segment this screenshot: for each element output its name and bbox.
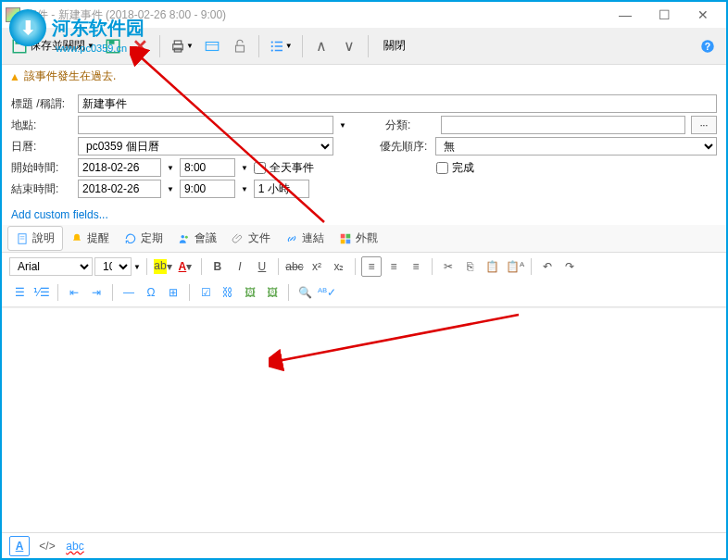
card-icon (204, 38, 220, 55)
image-button[interactable]: 🖼 (240, 282, 260, 303)
bell-icon (70, 232, 83, 245)
close-button[interactable]: 關閉 (374, 32, 415, 60)
tab-meeting[interactable]: 會議 (170, 227, 224, 250)
html-mode-button[interactable]: </> (37, 536, 57, 556)
spell-mode-button[interactable]: abc (65, 536, 85, 556)
save-button[interactable] (100, 32, 126, 60)
tab-file[interactable]: 文件 (224, 227, 278, 250)
minimize-button[interactable]: — (606, 3, 645, 27)
done-checkbox[interactable]: 完成 (436, 160, 474, 176)
save-icon (11, 38, 28, 55)
numbers-button[interactable]: ⅟☰ (31, 282, 52, 303)
underline-button[interactable]: U (252, 256, 272, 277)
separator (432, 258, 433, 275)
align-right-button[interactable]: ≡ (406, 256, 426, 277)
outdent-button[interactable]: ⇤ (64, 282, 84, 303)
allday-checkbox[interactable]: 全天事件 (254, 160, 314, 176)
copy-button[interactable]: ⎘ (460, 256, 481, 277)
cut-button[interactable]: ✂ (438, 256, 458, 277)
priority-select[interactable]: 無 (435, 137, 717, 156)
separator (146, 258, 147, 275)
down-button[interactable]: ∨ (336, 32, 362, 60)
paste-button[interactable]: 📋 (483, 256, 503, 277)
list-button[interactable]: ▼ (265, 32, 296, 60)
end-time-input[interactable] (180, 180, 235, 198)
redo-button[interactable]: ↷ (559, 256, 580, 277)
find-button[interactable]: 🔍 (295, 282, 315, 303)
start-label: 開始時間: (11, 160, 72, 176)
clip-icon (232, 232, 245, 245)
indent-button[interactable]: ⇥ (86, 282, 107, 303)
title-input[interactable] (78, 94, 717, 113)
maximize-button[interactable]: ☐ (645, 3, 684, 27)
close-window-button[interactable]: ✕ (684, 3, 722, 27)
tab-link-label: 連結 (302, 230, 324, 246)
print-button[interactable]: ▼ (166, 32, 197, 60)
end-date-input[interactable] (78, 180, 161, 198)
table-button[interactable]: ⊞ (163, 282, 183, 303)
separator (288, 284, 289, 301)
bold-button[interactable]: B (207, 256, 228, 277)
link-ed-button[interactable]: ⛓ (218, 282, 238, 303)
start-date-input[interactable] (78, 158, 161, 177)
highlight-button[interactable]: ab▾ (153, 256, 173, 277)
help-button[interactable]: ? (695, 32, 721, 60)
font-color-button[interactable]: A▾ (175, 256, 195, 277)
richtext-mode-button[interactable]: A (9, 536, 30, 556)
size-select[interactable]: 10 (94, 257, 132, 276)
calendar-select[interactable]: pc0359 個日曆 (78, 137, 333, 156)
lock-button[interactable] (227, 32, 253, 60)
bullets-button[interactable]: ☰ (9, 282, 30, 303)
card-button[interactable] (199, 32, 225, 60)
superscript-button[interactable]: x² (307, 256, 327, 277)
svg-rect-24 (346, 233, 351, 238)
spell-button[interactable]: ᴬᴮ✓ (317, 282, 337, 303)
location-input[interactable] (78, 116, 333, 134)
font-select[interactable]: Arial (9, 257, 93, 276)
svg-rect-23 (341, 233, 345, 238)
checkbox-button[interactable]: ☑ (195, 282, 216, 303)
done-label: 完成 (452, 160, 474, 176)
italic-button[interactable]: I (230, 256, 250, 277)
tab-link[interactable]: 連結 (278, 227, 332, 250)
separator (57, 284, 58, 301)
subscript-button[interactable]: x₂ (329, 256, 349, 277)
start-time-input[interactable] (180, 158, 235, 177)
symbol-button[interactable]: Ω (141, 282, 161, 303)
tab-file-label: 文件 (248, 230, 270, 246)
hr-button[interactable]: — (119, 282, 139, 303)
separator (278, 258, 279, 275)
add-custom-fields-link[interactable]: Add custom fields... (2, 205, 726, 225)
tab-appear[interactable]: 外觀 (332, 227, 385, 250)
tab-description[interactable]: 說明 (7, 226, 63, 251)
tab-bar: 說明 提醒 定期 會議 文件 連結 外觀 (2, 225, 726, 253)
align-center-button[interactable]: ≡ (383, 256, 404, 277)
undo-button[interactable]: ↶ (537, 256, 558, 277)
svg-point-12 (270, 49, 272, 51)
tab-appear-label: 外觀 (356, 230, 378, 246)
save-close-button[interactable]: 保存並關閉 ▼ (7, 32, 98, 60)
title-label: 標題 /稱謂: (11, 96, 72, 112)
warning-bar: ▲ 該事件發生在過去. (2, 65, 726, 88)
duration-input[interactable] (254, 180, 309, 198)
separator (302, 35, 303, 57)
cancel-button[interactable]: ✕ (128, 32, 154, 60)
strike-button[interactable]: abc (284, 256, 305, 277)
lock-icon (232, 38, 248, 55)
tab-recur[interactable]: 定期 (117, 227, 170, 250)
form-area: 標題 /稱謂: 地點: ▼ 分類: ··· 日曆: pc0359 個日曆 優先順… (2, 88, 726, 205)
separator (531, 258, 532, 275)
category-input[interactable] (441, 116, 685, 134)
up-button[interactable]: ∧ (308, 32, 334, 60)
separator (368, 35, 369, 57)
tab-remind[interactable]: 提醒 (63, 227, 117, 250)
image2-button[interactable]: 🖼 (262, 282, 282, 303)
svg-point-22 (185, 235, 188, 238)
category-more-button[interactable]: ··· (691, 116, 717, 134)
paste-special-button[interactable]: 📋ᴬ (505, 256, 525, 277)
separator (258, 35, 259, 57)
recur-icon (124, 232, 137, 245)
editor-area[interactable] (2, 307, 726, 532)
align-left-button[interactable]: ≡ (361, 256, 382, 277)
warning-icon: ▲ (9, 70, 20, 83)
